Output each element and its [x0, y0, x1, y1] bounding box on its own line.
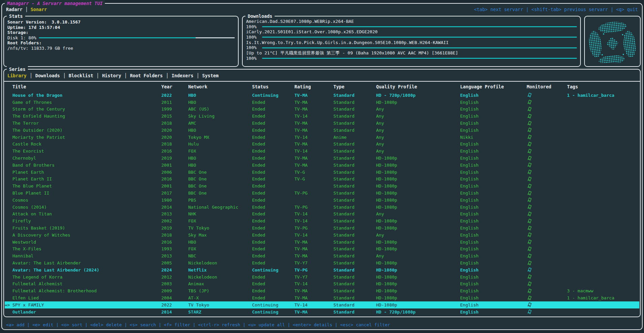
download-item-name[interactable]: [Up to 21°C] 平凡職業造就世界最強 第三季 - 09 (Baha 1… — [246, 50, 577, 56]
bookmark-icon — [527, 226, 532, 231]
table-row[interactable]: Planet Earth2006BBC OneEndedTV-GStandard… — [5, 169, 639, 176]
cell-network: NBC — [188, 253, 252, 258]
cell-language-profile: English — [460, 281, 527, 286]
download-item-name[interactable]: American.Dad.S20E07.1080p.WEBRip.x264-BA… — [246, 19, 577, 24]
cell-type: Standard — [333, 309, 376, 315]
cell-title: The X-Files — [12, 246, 161, 251]
table-row[interactable]: =>SPY x FAMILY2022TV TokyoContinuingTV-1… — [5, 301, 639, 308]
cell-title: Storm of the Century — [12, 107, 161, 112]
cell-status: Ended — [252, 107, 294, 112]
cell-quality-profile: HD-1080p — [376, 156, 460, 161]
table-row[interactable]: Planet Earth II2016BBC OneEndedTV-GStand… — [5, 176, 639, 183]
table-row[interactable]: Westworld2016HBOEndedTV-MAStandardHD-108… — [5, 239, 639, 246]
cell-language-profile: English — [460, 149, 527, 154]
app-title: Managarr - A Servarr management TUI — [5, 0, 105, 7]
table-row[interactable]: Avatar: The Last Airbender2005Nickelodeo… — [5, 259, 639, 266]
cell-monitored — [527, 288, 567, 294]
bookmark-icon — [527, 93, 532, 98]
table-row[interactable]: Storm of the Century1999ABC (US)EndedTV-… — [5, 106, 639, 113]
cell-monitored — [527, 127, 567, 133]
table-row[interactable]: Cosmos1980PBSEndedStandardHD-1080pEnglis… — [5, 197, 639, 204]
table-row[interactable]: The Exorcist2016FOXEndedTV-14StandardAny… — [5, 148, 639, 155]
cell-type: Standard — [333, 191, 376, 196]
table-row[interactable]: Blue Planet II2017BBC OneEndedTV-PGStand… — [5, 190, 639, 197]
table-row[interactable]: The X-Files1993FOXEndedTV-MAStandardHD-1… — [5, 246, 639, 253]
cell-status: Ended — [252, 156, 294, 161]
downloads-list: American.Dad.S20E07.1080p.WEBRip.x264-BA… — [243, 16, 580, 61]
table-row[interactable]: Fruits Basket (2019)2019TV TokyoEndedTV-… — [5, 224, 639, 232]
series-tab-history[interactable]: History — [102, 73, 121, 78]
cell-year: 2016 — [161, 149, 188, 154]
cell-monitored — [527, 134, 567, 140]
series-tab-root-folders[interactable]: Root Folders — [130, 73, 163, 78]
col-header-year: Year — [161, 84, 188, 89]
cell-language-profile: English — [460, 198, 527, 203]
download-item-progress: 100% — [246, 24, 577, 30]
cell-year: 2002 — [161, 218, 188, 223]
table-row[interactable]: Castle Rock2018HuluEndedTV-MAStandardAny… — [5, 141, 639, 148]
table-row[interactable]: Attack on Titan2013NHKEndedTV-14Standard… — [5, 211, 639, 218]
cell-language-profile: English — [460, 275, 527, 280]
cell-quality-profile: HD-1080p — [376, 225, 460, 231]
table-row[interactable]: The Blue Planet2001BBC OneEndedStandardH… — [5, 182, 639, 190]
cell-status: Ended — [252, 218, 294, 223]
bookmark-icon — [527, 163, 532, 168]
cell-rating: TV-MA — [294, 121, 333, 126]
table-row[interactable]: Hannibal2013NBCEndedTV-MAStandardAnyEngl… — [5, 252, 639, 259]
cell-monitored — [527, 302, 567, 307]
table-row[interactable]: Band of Brothers2001HBOEndedTV-MAStandar… — [5, 162, 639, 169]
cell-year: 2011 — [161, 100, 188, 105]
cell-monitored — [527, 156, 567, 161]
table-row[interactable]: Outlander2014STARZContinuingTV-MAStandar… — [5, 308, 639, 316]
series-tab-system[interactable]: System — [202, 73, 219, 78]
cell-language-profile: English — [460, 100, 527, 105]
cell-monitored — [527, 295, 567, 301]
table-row[interactable]: Avatar: The Last Airbender (2024)2024Net… — [5, 266, 639, 274]
cell-rating: TV-MA — [294, 246, 333, 251]
table-row[interactable]: Firefly2002FOXEndedTV-14StandardHD-1080p… — [5, 217, 639, 224]
cell-type: Standard — [333, 233, 376, 238]
top-bar: Radarr│Sonarr <tab> next servarr | <shif… — [6, 6, 638, 13]
table-row[interactable]: Elfen Lied2004AT-XEndedTV-MAStandardHD-1… — [5, 294, 639, 301]
series-tab-downloads[interactable]: Downloads — [35, 73, 60, 78]
bookmark-icon — [527, 205, 532, 210]
cell-status: Ended — [252, 275, 294, 280]
cell-type: Standard — [333, 267, 376, 273]
cell-quality-profile: HD-1080p — [376, 295, 460, 300]
table-row[interactable]: Game of Thrones2011HBOEndedTV-MAStandard… — [5, 99, 639, 106]
table-row[interactable]: Cosmos (2014)2014National GeographicEnde… — [5, 204, 639, 211]
bookmark-icon — [527, 198, 532, 203]
cell-network: HBO — [188, 93, 252, 98]
cell-monitored — [527, 211, 567, 217]
top-keybinds-hint: <tab> next servarr | <shift-tab> previou… — [474, 7, 638, 12]
row-selection-prefix: => — [5, 302, 12, 307]
series-tab-library[interactable]: Library — [7, 73, 27, 78]
cell-quality-profile: HD-1080p — [376, 302, 460, 307]
table-row[interactable]: The Outsider (2020)2020HBOEndedTV-MAStan… — [5, 127, 639, 134]
table-row[interactable]: A Discovery of Witches2018Sky MaxEndedTV… — [5, 232, 639, 239]
table-row[interactable]: Fullmetal Alchemist: Brotherhood2009TBS … — [5, 287, 639, 294]
cell-network: HBO — [188, 128, 252, 133]
cell-quality-profile: Any — [376, 121, 460, 126]
table-row[interactable]: Moriarty the Patriot2020Tokyo MXEndedTV-… — [5, 134, 639, 141]
table-row[interactable]: House of the Dragon2022HBOContinuingTV-M… — [5, 92, 639, 99]
download-item-name[interactable]: iCarly.2021.S01E01.iStart.Over.1080p.x26… — [246, 29, 577, 35]
series-tab-blocklist[interactable]: Blocklist — [69, 73, 93, 78]
cell-status: Ended — [252, 170, 294, 175]
table-row[interactable]: The Terror2018AMCEndedTV-MAStandardAnyEn… — [5, 120, 639, 127]
table-row[interactable]: Chernobyl2019HBOEndedTV-MAStandardHD-108… — [5, 155, 639, 162]
tab-sonarr[interactable]: Sonarr — [31, 7, 47, 12]
cell-type: Standard — [333, 218, 376, 223]
table-row[interactable]: Fullmetal Alchemist2003AnimaxEndedTV-14S… — [5, 281, 639, 288]
bookmark-icon — [527, 170, 532, 175]
table-row[interactable]: The Enfield Haunting2015Sky LivingEndedT… — [5, 113, 639, 120]
tab-separator: │ — [27, 73, 35, 78]
series-tab-indexers[interactable]: Indexers — [171, 73, 193, 78]
download-item-name[interactable]: Is.It.Wrong.to.Try.to.Pick.Up.Girls.in.a… — [246, 40, 577, 45]
logo-panel — [584, 16, 641, 67]
cell-type: Standard — [333, 149, 376, 154]
cell-rating: TV-PG — [294, 225, 333, 231]
cell-type: Standard — [333, 156, 376, 161]
tab-radarr[interactable]: Radarr — [6, 7, 23, 12]
table-row[interactable]: The Legend of Korra2012NickelodeonEndedT… — [5, 274, 639, 281]
